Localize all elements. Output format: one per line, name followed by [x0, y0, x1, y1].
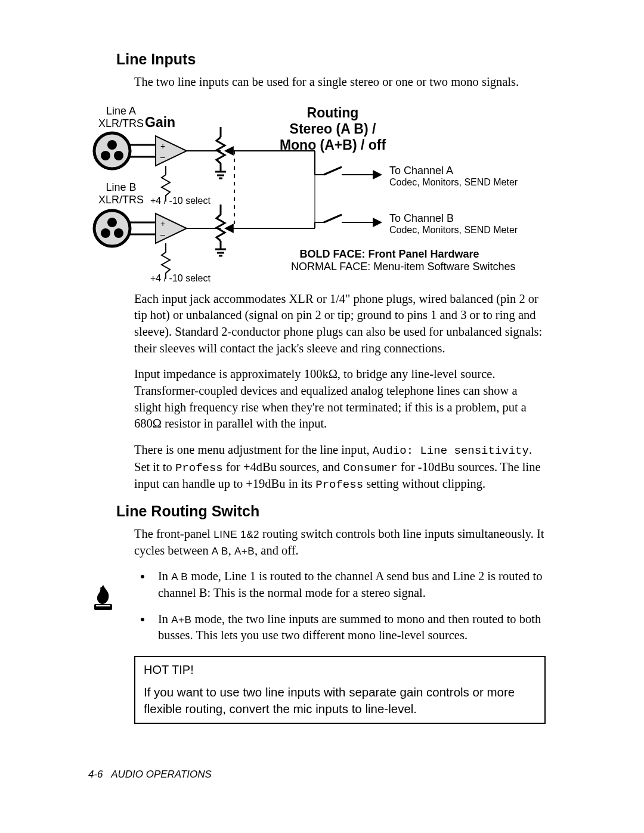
xlr-icon [94, 133, 130, 169]
list-item: In A B mode, Line 1 is routed to the cha… [152, 568, 546, 601]
page-number: 4-6 [88, 769, 103, 780]
label-line-b: Line BXLR/TRS [94, 181, 148, 206]
para-menu: There is one menu adjustment for the lin… [134, 442, 546, 493]
label-routing: Routing Stereo (A B) / Mono (A+B) / off [270, 105, 395, 153]
svg-point-4 [94, 210, 130, 246]
label-line-a: Line AXLR/TRS [94, 105, 148, 130]
hot-tip-box: HOT TIP! If you want to use two line inp… [134, 656, 546, 724]
svg-text:–: – [160, 230, 165, 239]
svg-point-6 [101, 228, 110, 238]
label-select-b: +4 / -10 select [150, 273, 210, 284]
label-gain: Gain [145, 114, 175, 131]
flame-icon [88, 583, 118, 612]
hot-tip-heading: HOT TIP! [144, 662, 536, 678]
label-select-a: +4 / -10 select [150, 196, 210, 206]
label-legend: BOLD FACE: Front Panel Hardware NORMAL F… [291, 248, 488, 273]
svg-text:–: – [160, 152, 165, 162]
svg-rect-44 [94, 604, 112, 610]
svg-point-1 [107, 140, 117, 150]
opamp-icon: + – [156, 213, 187, 243]
svg-line-39 [324, 167, 342, 175]
section-title: AUDIO OPERATIONS [111, 769, 212, 780]
para-jacks: Each input jack accommodates XLR or 1/4"… [134, 291, 546, 357]
heading-line-routing-switch: Line Routing Switch [116, 503, 546, 520]
svg-point-2 [101, 151, 110, 160]
list-item: In A+B mode, the two line inputs are sum… [152, 611, 546, 644]
svg-line-41 [324, 215, 342, 222]
para-impedance: Input impedance is approximately 100kΩ, … [134, 366, 546, 432]
label-to-channel-a: To Channel A Codec, Monitors, SEND Meter [389, 165, 518, 188]
svg-point-0 [94, 133, 130, 169]
svg-point-5 [107, 218, 117, 227]
signal-flow-diagram: + – + – [85, 100, 544, 291]
svg-text:+: + [160, 141, 165, 151]
para-routing-intro: The front-panel LINE 1&2 routing switch … [134, 526, 546, 559]
svg-rect-45 [96, 605, 110, 606]
heading-line-inputs: Line Inputs [116, 51, 546, 68]
svg-text:+: + [160, 219, 165, 228]
opamp-icon: + – [156, 136, 187, 166]
para-li-intro: The two line inputs can be used for a si… [134, 74, 546, 91]
page: Line Inputs The two line inputs can be u… [0, 0, 644, 833]
routing-mode-list: In A B mode, Line 1 is routed to the cha… [152, 568, 546, 644]
page-footer: 4-6 AUDIO OPERATIONS [88, 769, 212, 781]
svg-point-3 [114, 151, 123, 160]
svg-point-7 [114, 228, 123, 238]
label-to-channel-b: To Channel B Codec, Monitors, SEND Meter [389, 212, 518, 236]
xlr-icon [94, 210, 130, 246]
hot-tip-body: If you want to use two line inputs with … [144, 685, 515, 716]
